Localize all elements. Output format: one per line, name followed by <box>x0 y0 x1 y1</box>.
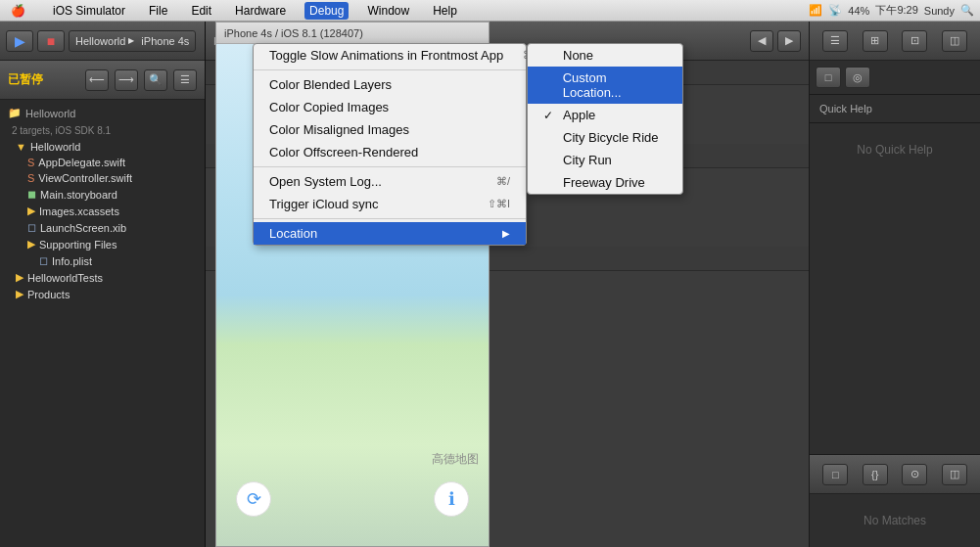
battery-label: 44% <box>848 5 869 17</box>
search-icon-sidebar[interactable]: 🔍 <box>144 69 167 91</box>
quick-help-label: Quick Help <box>810 95 980 123</box>
ios-sim-title-text: iPhone 4s / iOS 8.1 (128407) <box>224 27 363 39</box>
menu-edit[interactable]: Edit <box>186 2 216 20</box>
sidebar-item-supporting[interactable]: ▶ Supporting Files <box>0 236 205 252</box>
menu-file[interactable]: File <box>144 2 172 20</box>
sidebar-item-launchscreen[interactable]: ◻ LaunchScreen.xib <box>0 219 205 236</box>
center-nav-prev[interactable]: ◀ <box>750 30 773 52</box>
menu-label: Trigger iCloud sync <box>269 197 379 211</box>
right-tool-1[interactable]: ☰ <box>822 30 848 52</box>
no-quick-help: No Quick Help <box>810 123 980 176</box>
menu-location[interactable]: Location ▶ <box>254 222 526 245</box>
right-tool-2[interactable]: ⊞ <box>863 30 888 52</box>
right-panel: ☰ ⊞ ⊡ ◫ □ ◎ Quick Help No Quick Help □ {… <box>809 22 980 547</box>
folder-icon-tests: ▶ <box>16 271 23 284</box>
menu-toggle-animations[interactable]: Toggle Slow Animations in Frontmost App … <box>254 44 526 67</box>
menu-debug[interactable]: Debug <box>304 2 349 20</box>
menu-color-copied[interactable]: Color Copied Images <box>254 96 526 118</box>
ios-sim-title-bar: iPhone 4s / iOS 8.1 (128407) <box>216 23 489 44</box>
right-toolbar: ☰ ⊞ ⊡ ◫ <box>810 22 980 61</box>
sidebar-item-appdelegate[interactable]: S AppDelegate.swift <box>0 155 205 170</box>
right-sub-1[interactable]: □ <box>816 67 841 88</box>
menu-separator-3 <box>254 218 526 219</box>
no-matches: No Matches <box>810 494 980 547</box>
swift-icon-vc: S <box>27 172 34 184</box>
check-apple: ✓ <box>543 109 557 122</box>
submenu-label-none: None <box>563 48 593 63</box>
map-watermark: 高德地图 <box>432 451 479 468</box>
sidebar-item-helloworld[interactable]: ▼ Helloworld <box>0 139 205 155</box>
wifi-icon: 📡 <box>828 4 842 17</box>
sidebar: ▶ ■ Helloworld ▶ iPhone 4s 已暂停 ⟵ ⟶ 🔍 ☰ 📁… <box>0 22 206 547</box>
toolbar-fwd-btn[interactable]: ⟶ <box>115 69 138 91</box>
right-bottom-4[interactable]: ◫ <box>942 464 967 485</box>
sidebar-label-images: Images.xcassets <box>39 205 119 217</box>
sidebar-label-mainstoryboard: Main.storyboard <box>40 189 117 201</box>
right-sub-2[interactable]: ◎ <box>845 67 870 88</box>
submenu-cityrun[interactable]: City Run <box>528 149 682 171</box>
menu-trigger-icloud[interactable]: Trigger iCloud sync ⇧⌘I <box>254 193 526 215</box>
stop-button[interactable]: ■ <box>37 30 65 52</box>
submenu-freeway[interactable]: Freeway Drive <box>528 171 682 194</box>
file-icon-launch: ◻ <box>27 221 36 234</box>
sidebar-item-infoplist[interactable]: ◻ Info.plist <box>0 252 205 269</box>
apple-menu[interactable]: 🍎 <box>6 2 30 20</box>
sidebar-item-products[interactable]: ▶ Products <box>0 286 205 302</box>
sidebar-item-helloworldtests[interactable]: ▶ HelloworldTests <box>0 269 205 286</box>
project-name: Helloworld <box>25 108 75 119</box>
sidebar-label-helloworld: Helloworld <box>30 141 80 153</box>
map-info-button[interactable]: ℹ <box>434 481 469 517</box>
menu-label: Location <box>269 226 317 241</box>
menu-help[interactable]: Help <box>428 2 462 20</box>
map-location-button[interactable]: ⟳ <box>236 481 271 517</box>
sidebar-item-images[interactable]: ▶ Images.xcassets <box>0 203 205 219</box>
menu-label: Color Offscreen-Rendered <box>269 145 418 160</box>
toolbar-nav-btn[interactable]: ☰ <box>173 69 197 91</box>
file-icon-plist: ◻ <box>39 254 48 267</box>
menu-color-misaligned[interactable]: Color Misaligned Images <box>254 118 526 141</box>
submenu-label-apple: Apple <box>563 108 595 122</box>
menu-ios-simulator[interactable]: iOS Simulator <box>48 2 130 20</box>
menu-open-log[interactable]: Open System Log... ⌘/ <box>254 170 526 193</box>
project-header: 📁 Helloworld <box>0 104 205 122</box>
menu-color-offscreen[interactable]: Color Offscreen-Rendered <box>254 141 526 163</box>
right-bottom-1[interactable]: □ <box>822 464 848 485</box>
debug-dropdown-menu: Toggle Slow Animations in Frontmost App … <box>253 43 527 246</box>
submenu-bicycle[interactable]: City Bicycle Ride <box>528 126 682 149</box>
sidebar-item-viewcontroller[interactable]: S ViewController.swift <box>0 170 205 186</box>
sidebar-label-tests: HelloworldTests <box>27 272 103 284</box>
run-button[interactable]: ▶ <box>6 30 33 52</box>
menu-separator-1 <box>254 69 526 70</box>
menu-label: Toggle Slow Animations in Frontmost App <box>269 48 503 63</box>
right-tool-3[interactable]: ⊡ <box>902 30 927 52</box>
menu-hardware[interactable]: Hardware <box>230 2 291 20</box>
center-nav-next[interactable]: ▶ <box>777 30 801 52</box>
sidebar-label-products: Products <box>27 289 70 300</box>
network-icon: 📶 <box>809 4 822 17</box>
menu-color-blended[interactable]: Color Blended Layers <box>254 73 526 96</box>
menu-label: Open System Log... <box>269 174 382 189</box>
project-icon: 📁 <box>8 107 22 119</box>
submenu-apple[interactable]: ✓ Apple <box>528 104 682 126</box>
scheme-selector[interactable]: Helloworld ▶ iPhone 4s <box>69 30 196 52</box>
submenu-custom[interactable]: Custom Location... <box>528 67 682 104</box>
search-icon[interactable]: 🔍 <box>960 4 974 17</box>
submenu-none[interactable]: None <box>528 44 682 67</box>
device-name: iPhone 4s <box>141 35 189 47</box>
swift-icon: S <box>27 157 34 168</box>
menu-bar: 🍎 iOS Simulator File Edit Hardware Debug… <box>0 0 980 22</box>
right-tool-4[interactable]: ◫ <box>942 30 967 52</box>
paused-label: 已暂停 <box>8 71 43 88</box>
right-bottom-2[interactable]: {} <box>863 464 888 485</box>
right-bottom-3[interactable]: ⊙ <box>902 464 927 485</box>
folder-icon: ▼ <box>16 141 26 153</box>
submenu-label-freeway: Freeway Drive <box>563 175 645 190</box>
submenu-label-cityrun: City Run <box>563 153 612 167</box>
sidebar-label-infoplist: Info.plist <box>52 255 92 267</box>
submenu-label-custom: Custom Location... <box>563 70 667 100</box>
menu-window[interactable]: Window <box>362 2 414 20</box>
sidebar-label-launchscreen: LaunchScreen.xib <box>40 222 126 234</box>
sidebar-item-mainstoryboard[interactable]: ◼ Main.storyboard <box>0 186 205 203</box>
right-bottom-toolbar: □ {} ⊙ ◫ <box>810 455 980 494</box>
toolbar-back-btn[interactable]: ⟵ <box>85 69 109 91</box>
